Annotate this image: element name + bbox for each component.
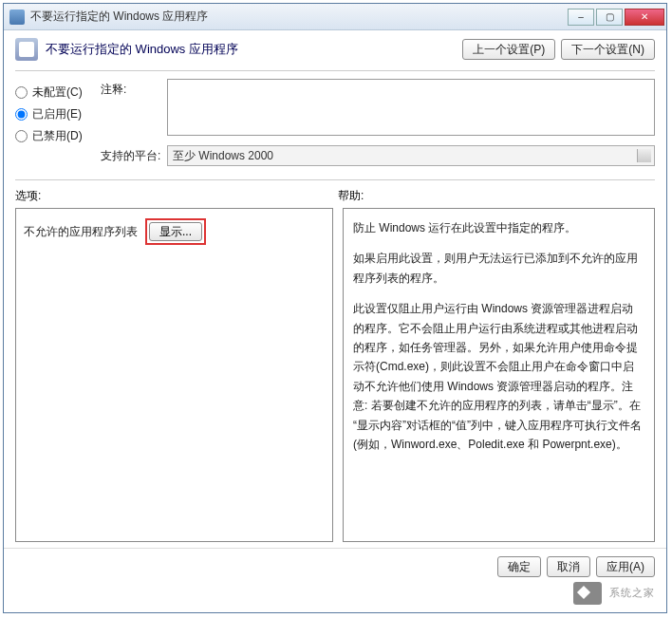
radio-not-configured[interactable]: 未配置(C) [15,84,101,101]
comment-textarea[interactable] [167,79,655,136]
watermark-text: 系统之家 [609,587,655,598]
radio-not-configured-label: 未配置(C) [32,84,83,101]
platform-dropdown[interactable]: 至少 Windows 2000 [167,145,655,166]
radio-disabled-input[interactable] [15,130,28,142]
radio-disabled[interactable]: 已禁用(D) [15,128,101,144]
divider-2 [15,179,655,180]
options-label: 选项: [15,188,338,204]
maximize-button[interactable]: ▢ [596,9,623,26]
section-labels: 选项: 帮助: [4,182,666,204]
dialog-window: 不要运行指定的 Windows 应用程序 – ▢ ✕ 不要运行指定的 Windo… [3,3,667,613]
panels-row: 不允许的应用程序列表 显示... 防止 Windows 运行在此设置中指定的程序… [4,204,666,548]
footer: 确定 取消 应用(A) [4,548,666,585]
apply-button[interactable]: 应用(A) [596,556,655,577]
platform-label: 支持的平台: [101,145,167,166]
watermark-logo-icon [573,582,602,605]
cancel-button[interactable]: 取消 [547,556,590,577]
help-paragraph-2: 如果启用此设置，则用户无法运行已添加到不允许的应用程序列表的程序。 [353,249,644,288]
ok-button[interactable]: 确定 [497,556,541,577]
help-panel: 防止 Windows 运行在此设置中指定的程序。 如果启用此设置，则用户无法运行… [343,208,655,542]
help-paragraph-1: 防止 Windows 运行在此设置中指定的程序。 [353,218,644,237]
radio-enabled-label: 已启用(E) [32,106,82,122]
help-paragraph-3: 此设置仅阻止用户运行由 Windows 资源管理器进程启动的程序。它不会阻止用户… [353,299,644,454]
previous-setting-button[interactable]: 上一个设置(P) [462,39,555,60]
show-button[interactable]: 显示... [149,222,202,241]
minimize-button[interactable]: – [568,9,594,26]
policy-icon [15,38,38,61]
header-row: 不要运行指定的 Windows 应用程序 上一个设置(P) 下一个设置(N) [4,30,666,68]
app-icon [9,9,25,25]
header-title: 不要运行指定的 Windows 应用程序 [46,41,462,58]
radio-not-configured-input[interactable] [15,86,28,99]
options-panel: 不允许的应用程序列表 显示... [15,208,333,542]
help-label: 帮助: [338,188,655,204]
disallowed-list-label: 不允许的应用程序列表 [24,224,138,240]
radio-disabled-label: 已禁用(D) [32,128,83,144]
next-setting-button[interactable]: 下一个设置(N) [561,39,655,60]
radio-enabled[interactable]: 已启用(E) [15,106,101,122]
config-zone: 未配置(C) 已启用(E) 已禁用(D) 注释: 支持的平台: 至少 Windo… [4,73,666,178]
platform-value: 至少 Windows 2000 [173,148,273,164]
radio-enabled-input[interactable] [15,108,28,121]
window-title: 不要运行指定的 Windows 应用程序 [30,9,568,25]
comment-label: 注释: [101,79,167,136]
titlebar[interactable]: 不要运行指定的 Windows 应用程序 – ▢ ✕ [4,4,666,30]
watermark: 系统之家 [573,582,655,605]
divider [15,70,655,71]
close-button[interactable]: ✕ [625,9,664,26]
show-button-highlight: 显示... [145,218,206,245]
